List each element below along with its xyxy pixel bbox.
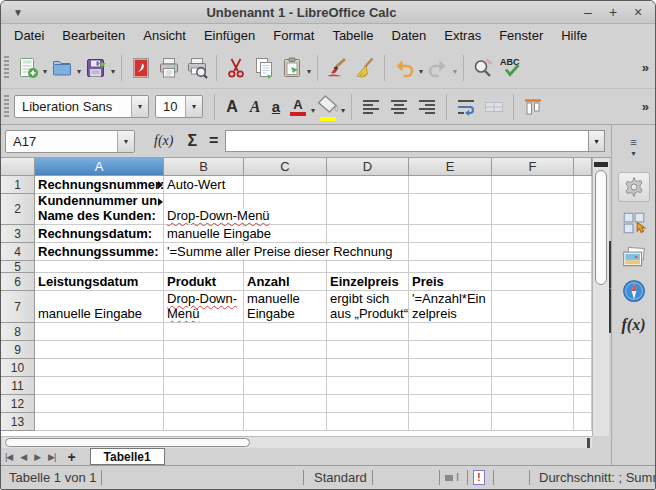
function-wizard-icon[interactable]: f(x) — [154, 133, 173, 149]
italic-button[interactable]: A — [244, 92, 266, 122]
cell-C6[interactable]: Anzahl — [244, 273, 327, 291]
cell-F6[interactable] — [492, 273, 574, 291]
row-header-3[interactable]: 3 — [1, 225, 35, 243]
cell-C5[interactable] — [244, 261, 327, 273]
cell-partial-11[interactable] — [574, 377, 592, 395]
name-box[interactable]: A17 ▾ — [5, 130, 135, 153]
undo-dropdown[interactable]: ▾ — [419, 67, 423, 76]
save-button[interactable] — [82, 53, 110, 83]
cell-E12[interactable] — [409, 395, 492, 413]
cell-D13[interactable] — [327, 413, 409, 431]
functions-deck-button[interactable]: f(x) — [620, 312, 648, 338]
grid-corner[interactable] — [1, 158, 35, 176]
cell-D7[interactable]: ergibt sichaus „Produkt“ — [327, 291, 409, 323]
sheet-tab-tabelle1[interactable]: Tabelle1 — [90, 448, 165, 465]
cell-partial-2[interactable] — [574, 194, 592, 225]
cell-B5[interactable] — [164, 261, 244, 273]
column-header-F[interactable]: F — [492, 158, 574, 176]
highlight-color-dropdown[interactable]: ▾ — [341, 106, 345, 115]
font-size-dropdown[interactable]: ▾ — [185, 96, 202, 117]
cell-D12[interactable] — [327, 395, 409, 413]
cell-E2[interactable] — [409, 194, 492, 225]
font-name-combo[interactable]: Liberation Sans ▾ — [14, 95, 149, 118]
cell-E7[interactable]: '=Anzahl*Einzelpreis — [409, 291, 492, 323]
cell-A12[interactable] — [35, 395, 164, 413]
cell-A11[interactable] — [35, 377, 164, 395]
column-header-C[interactable]: C — [244, 158, 327, 176]
add-sheet-button[interactable]: + — [59, 449, 83, 465]
find-replace-button[interactable] — [469, 53, 497, 83]
selection-stats[interactable]: Durchschnitt: ; Summ — [539, 470, 656, 485]
cell-partial-10[interactable] — [574, 359, 592, 377]
bold-button[interactable]: A — [220, 92, 244, 122]
cell-C8[interactable] — [244, 323, 327, 341]
insert-mode-icon[interactable]: I — [445, 474, 459, 482]
formula-input-dropdown[interactable]: ▾ — [588, 130, 605, 152]
cell-F7[interactable] — [492, 291, 574, 323]
sidebar-settings-icon[interactable]: ≡▼ — [630, 137, 637, 159]
row-header-11[interactable]: 11 — [1, 377, 35, 395]
new-document-dropdown[interactable]: ▾ — [43, 67, 47, 76]
print-preview-button[interactable] — [183, 53, 211, 83]
cell-partial-6[interactable] — [574, 273, 592, 291]
styles-deck-button[interactable] — [620, 210, 648, 236]
cell-E4[interactable] — [409, 243, 492, 261]
cell-E13[interactable] — [409, 413, 492, 431]
export-pdf-button[interactable] — [127, 53, 155, 83]
gallery-deck-button[interactable] — [620, 244, 648, 270]
close-button[interactable]: × — [630, 4, 646, 20]
cell-F13[interactable] — [492, 413, 574, 431]
freeze-rows-columns-button[interactable] — [519, 92, 547, 122]
cell-C13[interactable] — [244, 413, 327, 431]
row-header-13[interactable]: 13 — [1, 413, 35, 431]
row-header-7[interactable]: 7 — [1, 291, 35, 323]
cell-B9[interactable] — [164, 341, 244, 359]
cell-B1[interactable]: Auto-Wert — [164, 176, 244, 194]
menu-tabelle[interactable]: Tabelle — [323, 26, 382, 45]
cell-B13[interactable] — [164, 413, 244, 431]
cell-A3[interactable]: Rechnungsdatum: — [35, 225, 164, 243]
menu-format[interactable]: Format — [264, 26, 323, 45]
cell-A9[interactable] — [35, 341, 164, 359]
cell-C11[interactable] — [244, 377, 327, 395]
cell-B8[interactable] — [164, 323, 244, 341]
column-header-partial[interactable] — [574, 158, 592, 176]
vertical-scrollbar-thumb[interactable] — [595, 170, 607, 285]
row-header-12[interactable]: 12 — [1, 395, 35, 413]
cell-A2[interactable]: Kundennummer unName des Kunden: — [35, 194, 164, 225]
horizontal-scrollbar-thumb[interactable] — [5, 438, 250, 447]
last-sheet-icon[interactable]: ▶| — [44, 452, 59, 462]
row-header-1[interactable]: 1 — [1, 176, 35, 194]
cell-B2[interactable]: Drop-Down-Menü — [164, 194, 244, 225]
sum-icon[interactable]: Σ — [187, 132, 197, 150]
align-center-button[interactable] — [385, 92, 413, 122]
properties-deck-button[interactable] — [618, 172, 650, 202]
toolbar-drag-handle[interactable] — [4, 95, 9, 119]
cell-partial-5[interactable] — [574, 261, 592, 273]
document-modified-icon[interactable]: ! — [473, 470, 485, 485]
redo-button[interactable] — [424, 53, 452, 83]
cell-partial-13[interactable] — [574, 413, 592, 431]
wrap-text-button[interactable] — [452, 92, 480, 122]
cell-B12[interactable] — [164, 395, 244, 413]
menu-ansicht[interactable]: Ansicht — [134, 26, 195, 45]
print-button[interactable] — [155, 53, 183, 83]
cell-F1[interactable] — [492, 176, 574, 194]
cell-F9[interactable] — [492, 341, 574, 359]
row-header-5[interactable]: 5 — [1, 261, 35, 273]
menu-daten[interactable]: Daten — [383, 26, 436, 45]
cell-F4[interactable] — [492, 243, 574, 261]
cell-partial-1[interactable] — [574, 176, 592, 194]
menu-bearbeiten[interactable]: Bearbeiten — [53, 26, 134, 45]
cell-A5[interactable] — [35, 261, 164, 273]
cell-F12[interactable] — [492, 395, 574, 413]
cell-C9[interactable] — [244, 341, 327, 359]
menu-datei[interactable]: Datei — [5, 26, 53, 45]
horizontal-split-handle[interactable] — [587, 438, 590, 448]
row-header-8[interactable]: 8 — [1, 323, 35, 341]
cell-A10[interactable] — [35, 359, 164, 377]
column-header-D[interactable]: D — [327, 158, 409, 176]
minimize-button[interactable]: – — [580, 4, 596, 20]
cell-partial-3[interactable] — [574, 225, 592, 243]
cell-B11[interactable] — [164, 377, 244, 395]
